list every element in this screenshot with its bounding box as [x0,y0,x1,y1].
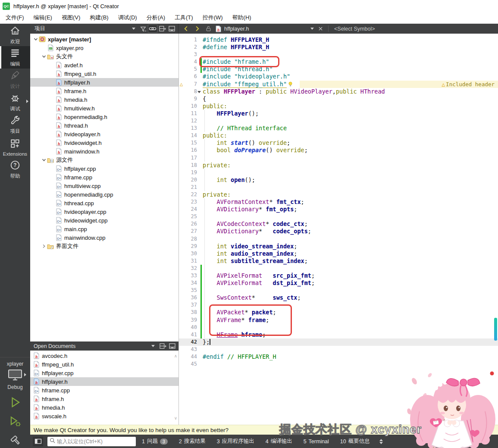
locator-box[interactable] [47,437,136,446]
code-line[interactable]: 23 AVFormatContext* fmt_ctx; [179,198,498,206]
tree-item-源文件[interactable]: C+源文件 [30,156,179,164]
code-line[interactable]: 21 [179,184,498,191]
line-number[interactable]: 37 [187,301,197,309]
go-back-icon[interactable] [181,25,191,33]
code-line[interactable]: 39 AVFrame* frame; [179,316,498,324]
code-line[interactable]: 17 [179,154,498,162]
line-number[interactable]: 39 [187,316,197,324]
code-editor[interactable]: 1#ifndef HFFPLAYER_H2#define HFFPLAYER_H… [179,34,498,425]
output-pane-expand-icon[interactable] [379,439,383,444]
tree-item-hvideoplayer.h[interactable]: hhvideoplayer.h [30,130,179,138]
open-document-hframe.h[interactable]: hhframe.h [30,395,179,403]
output-pane-1[interactable]: 1问题3 [142,438,168,445]
line-number[interactable]: 6 [187,73,197,80]
code-line[interactable]: 38 AVPacket* packet; [179,309,498,316]
tree-item-mainwindow.cpp[interactable]: C+mainwindow.cpp [30,233,179,242]
line-number[interactable]: 7 [187,81,197,88]
tree-item-mainwindow.h[interactable]: hmainwindow.h [30,147,179,156]
symbol-selector[interactable]: <Select Symbol> [334,26,375,32]
code-line[interactable]: 28 [179,235,498,243]
line-number[interactable]: 14 [187,132,197,139]
code-line[interactable]: 33 AVPixelFormat src_pix_fmt; [179,272,498,279]
mode-help[interactable]: ?帮助 [0,158,30,181]
line-number[interactable]: 35 [187,287,197,294]
output-pane-4[interactable]: 4编译输出 [266,438,292,445]
line-number[interactable]: 15 [187,139,197,147]
line-number[interactable]: 23 [187,198,197,206]
fold-marker-icon[interactable] [197,91,201,93]
code-line[interactable]: 5#include "hthread.h" [179,66,498,73]
menu-item[interactable]: 文件(F) [1,12,29,23]
code-line[interactable]: 44#endif // HFFPLAYER_H [179,353,498,360]
tree-item-hffplayer.h[interactable]: hhffplayer.h [30,78,179,87]
tree-item-hmedia.h[interactable]: hhmedia.h [30,95,179,104]
line-number[interactable]: 13 [187,125,197,132]
code-line[interactable]: 45 [179,360,498,368]
chevron-down-icon[interactable] [41,53,47,60]
line-number[interactable]: 4 [187,58,197,66]
code-line[interactable]: 15 int start() override; [179,139,498,147]
code-line[interactable]: 26 AVCodecContext* codec_ctx; [179,220,498,228]
line-number[interactable]: 31 [187,257,197,265]
sync-with-editor-icon[interactable] [148,25,157,33]
menu-item[interactable]: 构建(B) [85,12,113,23]
code-line[interactable]: 10public: [179,103,498,110]
code-line[interactable]: 32 [179,265,498,272]
pane-selector[interactable]: 项目 [34,25,45,32]
pane-dropdown-icon[interactable] [129,25,138,33]
line-number[interactable]: 25 [187,213,197,220]
tree-item-xplayer.pro[interactable]: proxplayer.pro [30,44,179,52]
line-number[interactable]: 1 [187,36,197,44]
line-number[interactable]: 26 [187,220,197,228]
code-line[interactable]: 14public: [179,132,498,139]
tree-item-hframe.h[interactable]: hhframe.h [30,87,179,95]
code-line[interactable]: 34 AVPixelFormat dst_pix_fmt; [179,279,498,287]
tree-item-hopenmediadlg.cpp[interactable]: C+hopenmediadlg.cpp [30,190,179,199]
open-document-hframe.cpp[interactable]: C+hframe.cpp [30,386,179,395]
code-line[interactable]: 40 [179,324,498,331]
open-documents-dropdown-icon[interactable] [148,342,158,350]
tree-item-hthread.cpp[interactable]: C+hthread.cpp [30,199,179,207]
code-line[interactable]: 9{ [179,95,498,103]
chevron-down-icon[interactable] [33,36,39,42]
line-number[interactable]: 8 [187,88,197,95]
tree-item-头文件[interactable]: h头文件 [30,52,179,61]
line-number[interactable]: 17 [187,154,197,162]
mode-wrench[interactable]: 项目 [0,113,30,136]
line-number[interactable]: 32 [187,265,197,272]
tree-item-xplayer-master-[interactable]: xplayer [master] [30,35,179,44]
kit-selector-button[interactable] [7,369,23,383]
menu-item[interactable]: 编辑(E) [29,12,57,23]
line-number[interactable]: 34 [187,279,197,287]
mode-ext[interactable]: Extensions [0,136,30,158]
menu-item[interactable]: 控件(W) [198,12,228,23]
code-line[interactable]: 43 [179,346,498,353]
code-line[interactable]: 4#include "hframe.h" [179,58,498,66]
code-line[interactable]: 16 bool doPrepare() override; [179,147,498,154]
line-number[interactable]: 40 [187,324,197,331]
code-line[interactable]: 36 SwsContext* sws_ctx; [179,294,498,301]
code-line[interactable]: 35 [179,287,498,294]
line-number[interactable]: 41 [187,331,197,338]
line-number[interactable]: 30 [187,250,197,257]
line-number[interactable]: 42 [187,338,197,346]
code-line[interactable]: 2#define HFFPLAYER_H [179,44,498,51]
code-line[interactable]: 30 int audio_stream_index; [179,250,498,257]
line-number[interactable]: 33 [187,272,197,279]
split-pane-icon[interactable] [157,25,167,33]
tree-item-main.cpp[interactable]: C+main.cpp [30,225,179,233]
code-line[interactable]: 29 int video_stream_index; [179,243,498,250]
open-document-hffplayer.cpp[interactable]: C+hffplayer.cpp [30,369,179,377]
line-number[interactable]: 5 [187,66,197,73]
line-number[interactable]: 16 [187,147,197,154]
code-line[interactable]: △7#include "ffmpeg_util.h"△Included head… [179,81,498,88]
line-number[interactable]: 36 [187,294,197,301]
tree-item-ffmpeg_util.h[interactable]: hffmpeg_util.h [30,69,179,78]
line-number[interactable]: 20 [187,176,197,184]
open-document-ffmpeg_util.h[interactable]: hffmpeg_util.h [30,360,179,369]
line-number[interactable]: 44 [187,353,197,360]
tree-item-hffplayer.cpp[interactable]: C+hffplayer.cpp [30,164,179,173]
code-line[interactable]: 6#include "hvideoplayer.h" [179,73,498,80]
line-number[interactable]: 43 [187,346,197,353]
mode-home[interactable]: 欢迎 [0,24,30,46]
